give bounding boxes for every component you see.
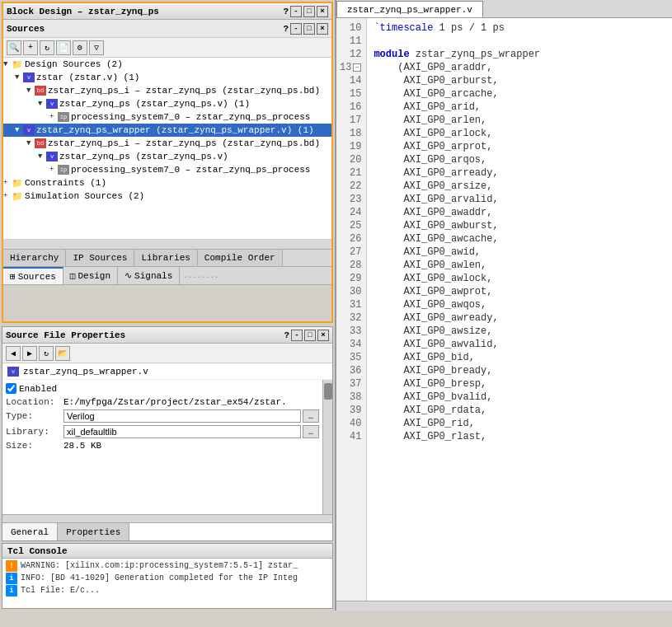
tree-item-simulation-sources[interactable]: +📁 Simulation Sources (2) (3, 190, 331, 203)
prop-label-1: Type: (6, 411, 63, 421)
prop-label-3: Size: (6, 441, 63, 451)
verilog-icon: v (23, 125, 35, 135)
line-num-25: 25 (336, 219, 366, 232)
source-tab-ip-sources[interactable]: IP Sources (66, 250, 134, 266)
code-segment: AXI_GP0_arcache, (374, 87, 498, 101)
tree-item-label: zstar (zstar.v) (1) (36, 73, 139, 82)
properties-filename: v zstar_zynq_ps_wrapper.v (2, 363, 332, 380)
sources-tab-icon: ⊞ (10, 271, 16, 282)
signals-tab-label: Signals (134, 271, 172, 281)
search-btn[interactable]: 🔍 (7, 40, 21, 55)
refresh-btn[interactable]: ↻ (40, 40, 54, 55)
code-segment: AXI_GP0_arprot, (374, 140, 492, 153)
design-tab-icon: ◫ (70, 270, 76, 281)
tree-item-zstar-zynq-ps-i-bd2[interactable]: ▼bd zstar_zynq_ps_i – zstar_zynq_ps (zst… (3, 137, 331, 150)
tcl-line-text-2: Tcl File: E/c... (21, 585, 100, 597)
code-segment: AXI_GP0_awcache, (374, 232, 498, 246)
tree-item-processing-system-2[interactable]: +ip processing_system7_0 – zstar_zynq_ps… (3, 163, 331, 176)
sources-maximize[interactable]: □ (303, 23, 315, 35)
prop-browse-btn-1[interactable]: … (303, 409, 319, 423)
code-segment: AXI_GP0_rdata, (374, 404, 486, 417)
block-design-close[interactable]: × (317, 6, 328, 17)
tree-hscroll[interactable] (3, 239, 331, 249)
add-btn[interactable]: + (23, 40, 38, 55)
code-content: `timescale 1 ps / 1 psmodule zstar_zynq_… (367, 18, 672, 601)
line-num-27: 27 (336, 246, 366, 259)
block-design-maximize[interactable]: □ (303, 6, 315, 17)
props-minimize[interactable]: - (291, 330, 303, 341)
tree-item-processing-system-1[interactable]: +ip processing_system7_0 – zstar_zynq_ps… (3, 110, 331, 124)
sources-minimize[interactable]: - (290, 23, 302, 35)
sources-close[interactable]: × (317, 23, 328, 35)
source-tab-hierarchy[interactable]: Hierarchy (3, 250, 66, 266)
code-line-25: AXI_GP0_awburst, (374, 219, 665, 232)
tree-item-zstar-zynq-ps-v2[interactable]: ▼v zstar_zynq_ps (zstar_zynq_ps.v) (3, 150, 331, 163)
bd-icon: bd (35, 138, 46, 148)
props-refresh-btn[interactable]: ↻ (39, 346, 54, 361)
prop-label-0: Location: (6, 397, 63, 407)
code-line-29: AXI_GP0_awlock, (374, 272, 665, 285)
tree-item-zstar-wrapper[interactable]: ▼v zstar_zynq_ps_wrapper (zstar_zynq_ps_… (3, 124, 331, 137)
code-segment: (AXI_GP0_araddr, (374, 61, 492, 74)
props-open-btn[interactable]: 📂 (55, 346, 70, 361)
properties-toolbar: ◀ ▶ ↻ 📂 (2, 344, 332, 363)
prop-browse-btn-2[interactable]: … (303, 425, 319, 438)
prop-input-1[interactable] (63, 409, 301, 423)
tcl-line-text-0: WARNING: [xilinx.com:ip:processing_syste… (21, 560, 298, 572)
line-num-13: 13 − (336, 61, 366, 74)
view-tab-sources[interactable]: ⊞Sources (3, 267, 63, 284)
editor-tab-wrapper[interactable]: zstar_zynq_ps_wrapper.v (336, 1, 483, 17)
block-design-question[interactable]: ? (283, 7, 289, 16)
sources-question[interactable]: ? (283, 24, 289, 34)
tree-item-label: Design Sources (2) (25, 59, 123, 69)
editor-hscroll[interactable] (336, 601, 672, 611)
tcl-warn-icon: ! (6, 560, 17, 572)
source-tab-compile-order[interactable]: Compile Order (198, 250, 283, 266)
view-tab-design[interactable]: ◫Design (63, 267, 118, 284)
block-design-minimize[interactable]: - (290, 6, 302, 17)
prop-tab-general[interactable]: General (2, 523, 58, 540)
props-forward-btn[interactable]: ▶ (22, 346, 37, 361)
line-num-37: 37 (336, 377, 366, 391)
design-tab-label: Design (78, 271, 110, 281)
view-tab-signals[interactable]: ∿Signals (118, 267, 180, 284)
code-line-30: AXI_GP0_awprot, (374, 285, 665, 298)
settings-btn[interactable]: ⚙ (73, 40, 87, 55)
fold-icon-13[interactable]: − (353, 63, 361, 72)
new-file-btn[interactable]: 📄 (56, 40, 71, 55)
tcl-line-1: iINFO: [BD 41-1029] Generation completed… (6, 573, 329, 584)
properties-title: Source File Properties (6, 330, 125, 340)
prop-row-3: Size:28.5 KB (6, 441, 319, 451)
properties-vscroll[interactable] (322, 380, 332, 514)
tree-item-zstar-zynq-ps-i-bd[interactable]: ▼bd zstar_zynq_ps_i – zstar_zynq_ps (zst… (3, 84, 331, 97)
tree-item-constraints[interactable]: +📁 Constraints (1) (3, 176, 331, 190)
code-segment: AXI_GP0_bid, (374, 351, 474, 364)
prop-input-2[interactable] (63, 425, 301, 438)
properties-hscroll[interactable] (2, 514, 332, 522)
code-segment: AXI_GP0_arlock, (374, 127, 492, 140)
folder-icon: 📁 (12, 178, 23, 189)
tree-item-zstar-v[interactable]: ▼v zstar (zstar.v) (1) (3, 71, 331, 84)
code-segment: AXI_GP0_arlen, (374, 114, 486, 127)
props-close[interactable]: × (317, 330, 329, 341)
props-question[interactable]: ? (284, 330, 289, 340)
code-segment: AXI_GP0_arqos, (374, 153, 486, 166)
enabled-checkbox[interactable] (6, 383, 16, 394)
filter-btn[interactable]: ▽ (89, 40, 104, 55)
tree-item-design-sources[interactable]: ▼📁 Design Sources (2) (3, 58, 331, 71)
prop-tab-properties[interactable]: Properties (58, 523, 129, 540)
props-back-btn[interactable]: ◀ (6, 346, 21, 361)
line-num-22: 22 (336, 180, 366, 193)
tree-item-label: processing_system7_0 – zstar_zynq_ps_pro… (71, 165, 310, 175)
source-tab-libraries[interactable]: Libraries (134, 250, 197, 266)
tcl-line-text-1: INFO: [BD 41-1029] Generation completed … (21, 573, 298, 584)
props-maximize[interactable]: □ (304, 330, 316, 341)
properties-panel: Source File Properties ? - □ × ◀ ▶ ↻ 📂 v… (2, 326, 333, 541)
code-line-41: AXI_GP0_rlast, (374, 430, 665, 443)
tree-item-label: zstar_zynq_ps (zstar_zynq_ps.v) (59, 152, 228, 161)
line-num-17: 17 (336, 114, 366, 127)
tree-item-zstar-zynq-ps-v[interactable]: ▼v zstar_zynq_ps (zstar_zynq_ps.v) (1) (3, 97, 331, 110)
sources-tabs: HierarchyIP SourcesLibrariesCompile Orde… (3, 249, 331, 267)
line-num-30: 30 (336, 285, 366, 298)
line-num-34: 34 (336, 338, 366, 351)
